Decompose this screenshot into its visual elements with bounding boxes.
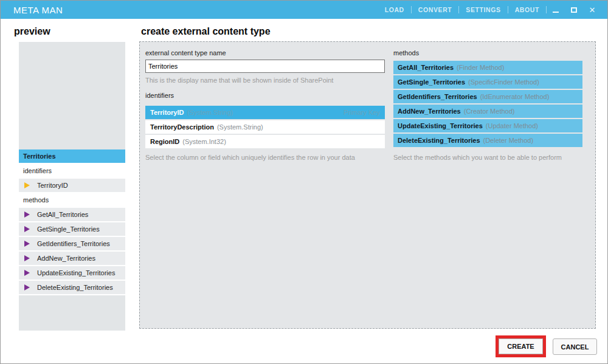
methods-list: GetAll_Territories(Finder Method)GetSing… xyxy=(393,61,582,148)
method-triangle-icon xyxy=(24,255,30,261)
method-type: (Creator Method) xyxy=(464,108,515,115)
menu-separator xyxy=(508,6,508,13)
tree-item-label: GetIdentifiers_Territories xyxy=(37,240,110,247)
tree-item-identifiers[interactable]: identifiers xyxy=(19,164,125,177)
preview-tree: TerritoriesidentifiersTerritoryIDmethods… xyxy=(19,149,125,295)
titlebar-menu: LOADCONVERTSETTINGSABOUT✕ xyxy=(378,1,601,19)
identifiers-label: identifiers xyxy=(145,92,174,99)
tree-item-methods[interactable]: methods xyxy=(19,193,125,207)
method-row[interactable]: DeleteExisting_Territories(Deleter Metho… xyxy=(393,134,582,147)
method-row[interactable]: UpdateExisting_Territories(Updater Metho… xyxy=(393,119,582,132)
create-button[interactable]: CREATE xyxy=(499,338,543,354)
ect-name-help: This is the display name that will be sh… xyxy=(145,77,333,84)
method-name: GetSingle_Territories xyxy=(398,78,465,86)
close-icon: ✕ xyxy=(589,5,596,15)
app-title: META MAN xyxy=(13,5,63,15)
tree-item-updateexisting-territories[interactable]: UpdateExisting_Territories xyxy=(19,266,125,280)
menu-load[interactable]: LOAD xyxy=(385,6,404,13)
app-window: META MAN LOADCONVERTSETTINGSABOUT✕ previ… xyxy=(0,0,608,364)
identifiers-help: Select the column or field which uniquel… xyxy=(145,154,355,161)
preview-panel: TerritoriesidentifiersTerritoryIDmethods… xyxy=(19,42,125,331)
tree-item-label: methods xyxy=(23,196,49,204)
identifier-type: (System.Int32) xyxy=(182,138,226,145)
create-button-highlight: CREATE xyxy=(496,335,546,357)
method-row[interactable]: GetAll_Territories(Finder Method) xyxy=(393,61,582,74)
method-type: (SpecificFinder Method) xyxy=(468,78,539,86)
identifier-type: (System.String) xyxy=(217,123,263,131)
minimize-button[interactable] xyxy=(547,1,565,19)
ect-name-label: external content type name xyxy=(145,49,226,57)
identifier-row[interactable]: TerritoryDescription(System.String) xyxy=(145,120,385,134)
method-row[interactable]: GetIdentifiers_Territories(IdEnumerator … xyxy=(393,90,582,103)
tree-item-label: Territories xyxy=(23,153,56,160)
tree-item-getall-territories[interactable]: GetAll_Territories xyxy=(19,208,125,221)
ect-name-input[interactable] xyxy=(145,60,385,73)
page-title: create external content type xyxy=(141,26,271,37)
method-name: AddNew_Territories xyxy=(398,108,461,115)
primary-key-badge: Primary Key xyxy=(344,109,380,116)
method-triangle-icon xyxy=(24,211,30,218)
tree-item-label: AddNew_Territories xyxy=(37,255,95,262)
method-row[interactable]: GetSingle_Territories(SpecificFinder Met… xyxy=(393,75,582,89)
maximize-button[interactable] xyxy=(565,1,583,19)
method-name: DeleteExisting_Territories xyxy=(398,137,480,144)
tree-item-label: GetAll_Territories xyxy=(37,211,88,218)
menu-convert[interactable]: CONVERT xyxy=(418,6,452,13)
method-type: (Updater Method) xyxy=(486,122,538,129)
minimize-icon xyxy=(553,12,559,13)
tree-item-getsingle-territories[interactable]: GetSingle_Territories xyxy=(19,222,125,236)
identifier-row[interactable]: RegionID(System.Int32) xyxy=(145,135,385,148)
tree-item-territoryid[interactable]: TerritoryID xyxy=(19,179,125,192)
identifier-name: RegionID xyxy=(150,138,179,145)
identifier-name: TerritoryID xyxy=(150,109,184,116)
method-triangle-icon xyxy=(24,241,30,247)
identifier-triangle-icon xyxy=(24,182,30,188)
tree-item-deleteexisting-territories[interactable]: DeleteExisting_Territories xyxy=(19,281,125,294)
menu-settings[interactable]: SETTINGS xyxy=(466,6,500,13)
method-type: (IdEnumerator Method) xyxy=(480,93,550,100)
tree-item-territories[interactable]: Territories xyxy=(19,149,125,163)
method-triangle-icon xyxy=(24,284,30,290)
tree-item-label: identifiers xyxy=(23,167,52,174)
maximize-icon xyxy=(571,7,577,13)
methods-label: methods xyxy=(393,49,419,57)
preview-heading: preview xyxy=(14,26,50,37)
tree-item-label: GetSingle_Territories xyxy=(37,225,100,233)
method-name: UpdateExisting_Territories xyxy=(398,122,483,129)
create-ect-panel: external content type name This is the d… xyxy=(139,41,596,329)
menu-separator xyxy=(411,6,412,13)
titlebar: META MAN LOADCONVERTSETTINGSABOUT✕ xyxy=(1,1,607,19)
method-triangle-icon xyxy=(24,270,30,276)
cancel-button[interactable]: CANCEL xyxy=(553,338,597,355)
method-type: (Finder Method) xyxy=(457,64,504,71)
methods-help: Select the methods which you want to be … xyxy=(393,154,562,161)
menu-separator xyxy=(458,6,459,13)
method-triangle-icon xyxy=(24,226,30,232)
method-name: GetAll_Territories xyxy=(398,64,454,71)
method-type: (Deleter Method) xyxy=(483,137,534,144)
tree-item-label: TerritoryID xyxy=(37,182,68,189)
tree-item-addnew-territories[interactable]: AddNew_Territories xyxy=(19,252,125,265)
tree-item-getidentifiers-territories[interactable]: GetIdentifiers_Territories xyxy=(19,237,125,250)
menu-about[interactable]: ABOUT xyxy=(515,6,539,13)
method-name: GetIdentifiers_Territories xyxy=(398,93,477,100)
method-row[interactable]: AddNew_Territories(Creator Method) xyxy=(393,105,582,118)
identifier-row[interactable]: TerritoryID(System.String)Primary Key xyxy=(145,106,385,119)
close-button[interactable]: ✕ xyxy=(583,1,601,19)
tree-item-label: UpdateExisting_Territories xyxy=(37,269,115,276)
tree-item-label: DeleteExisting_Territories xyxy=(37,284,113,291)
identifier-type: (System.String) xyxy=(187,109,233,116)
identifiers-list: TerritoryID(System.String)Primary KeyTer… xyxy=(145,106,385,149)
identifier-name: TerritoryDescription xyxy=(150,123,214,131)
